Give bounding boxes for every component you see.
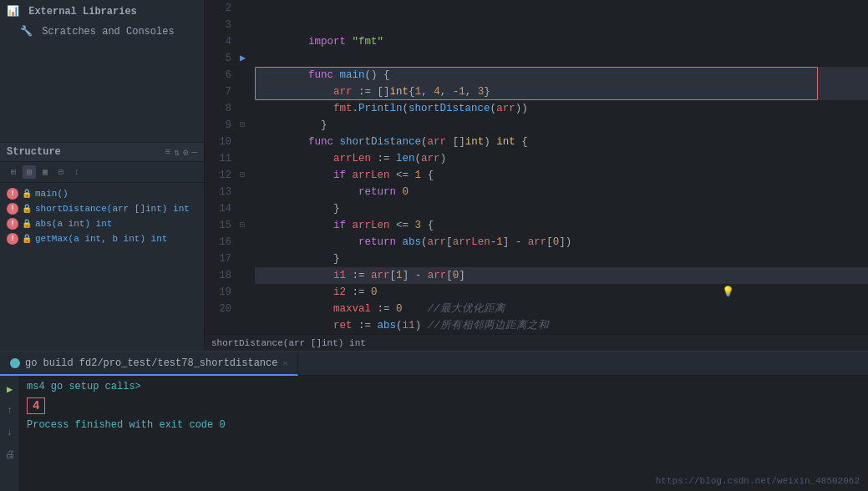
ln-9: 9 [205,117,231,134]
code-line-9: func shortDistance(arr []int) int { [255,117,868,134]
structure-icons-bar: ⊞ ▤ ▦ ⊟ ↕ [0,162,204,183]
run-tab-icon [10,358,20,368]
settings-icon[interactable]: ⚙ [183,147,189,158]
func-name-1: main() [35,189,69,199]
editor-content: 2 3 4 5 6 7 8 9 10 11 12 13 14 15 16 17 … [205,0,868,351]
watermark: https://blog.csdn.net/weixin_48502062 [656,476,860,486]
struct-icon-2[interactable]: ▤ [23,165,36,179]
ln-10: 10 [205,134,231,150]
run-tab-active[interactable]: go build fd2/pro_test/test78_shortdistan… [0,352,298,376]
struct-item-main[interactable]: ! 🔒 main() [0,186,204,201]
struct-icon-3[interactable]: ▦ [38,165,52,179]
run-process-line: Process finished with exit code 0 [27,418,861,433]
ln-5: 5 [205,50,231,67]
run-result-value: 4 [27,397,45,414]
error-icon-3: ! [7,218,18,230]
editor-main: 2 3 4 5 6 7 8 9 10 11 12 13 14 15 16 17 … [205,0,868,351]
structure-panel: Structure ≡ ⇅ ⚙ — ⊞ ▤ ▦ ⊟ ↕ ! 🔒 main() !… [0,142,205,351]
ln-17: 17 [205,251,231,267]
ln-7: 7 [205,84,231,100]
ln-8: 8 [205,100,231,117]
ln-2: 2 [205,0,231,17]
code-line-17: i1 := arr[1] - arr[0] [255,251,868,267]
code-line-14: if arrLen <= 3 { [255,200,868,217]
struct-icon-4[interactable]: ⊟ [54,165,68,179]
run-content: ▶ ↑ ↓ 🖨 ms4 go setup calls> 4 Process fi… [0,376,868,491]
debug-arrow: ▶ [240,50,246,67]
ln-20: 20 [205,301,231,317]
ln-11: 11 [205,150,231,167]
run-output-area: ms4 go setup calls> 4 Process finished w… [20,376,868,491]
fold-11[interactable]: ⊟ [240,167,245,184]
code-line-5: func main() { [255,50,868,67]
ln-3: 3 [205,17,231,33]
struct-icon-1[interactable]: ⊞ [7,165,20,179]
line-numbers: 2 3 4 5 6 7 8 9 10 11 12 13 14 15 16 17 … [205,0,238,351]
code-area[interactable]: import "fmt" func main() { arr := []int{… [255,0,868,351]
fold-8[interactable]: ⊟ [240,117,245,134]
func-name-3: abs(a int) int [35,219,112,229]
status-text: shortDistance(arr []int) int [211,338,366,348]
ln-16: 16 [205,234,231,251]
structure-toolbar: ≡ ⇅ ⚙ — [165,147,197,158]
libraries-icon: 📊 [7,6,19,18]
func-name-4: getMax(a int, b int) int [35,234,167,244]
run-down-icon[interactable]: ↓ [2,424,18,441]
error-icon-1: ! [7,188,18,200]
run-tab-label: go build fd2/pro_test/test78_shortdistan… [25,357,277,369]
run-tabs: go build fd2/pro_test/test78_shortdistan… [0,352,868,376]
func-name-2: shortDistance(arr []int) int [35,204,190,214]
ln-4: 4 [205,33,231,50]
external-libraries-item[interactable]: 📊 External Libraries [0,0,204,23]
run-print-icon[interactable]: 🖨 [2,446,18,463]
scratches-icon: 🔧 [20,26,33,38]
run-up-icon[interactable]: ↑ [2,402,18,419]
run-result-row: 4 [27,397,861,414]
lock-icon-2: 🔒 [22,204,32,214]
scratches-item[interactable]: 🔧 Scratches and Consoles [0,23,204,40]
editor-status-bar: shortDistance(arr []int) int [205,334,868,351]
struct-item-abs[interactable]: ! 🔒 abs(a int) int [0,216,204,231]
run-panel: go build fd2/pro_test/test78_shortdistan… [0,351,868,491]
run-vsidebar: ▶ ↑ ↓ 🖨 [0,376,20,491]
run-tab-close[interactable]: ✕ [282,358,287,368]
sort-icon[interactable]: ≡ [165,147,171,157]
close-panel-icon[interactable]: — [191,147,197,157]
ln-12: 12 [205,167,231,184]
code-line-2 [255,0,868,17]
fold-14[interactable]: ⊟ [240,217,245,234]
struct-item-shortdistance[interactable]: ! 🔒 shortDistance(arr []int) int [0,201,204,216]
ln-14: 14 [205,200,231,217]
struct-icon-5[interactable]: ↕ [70,165,84,179]
ln-13: 13 [205,184,231,200]
error-icon-4: ! [7,233,18,245]
structure-items-list: ! 🔒 main() ! 🔒 shortDistance(arr []int) … [0,183,204,250]
left-sidebar: 📊 External Libraries 🔧 Scratches and Con… [0,0,205,142]
lock-icon-3: 🔒 [22,219,32,229]
sort2-icon[interactable]: ⇅ [174,147,180,158]
structure-header: Structure ≡ ⇅ ⚙ — [0,143,204,162]
run-play-icon[interactable]: ▶ [2,381,18,397]
run-cmd-line: ms4 go setup calls> [27,379,861,394]
lock-icon-4: 🔒 [22,234,32,244]
ln-6: 6 [205,67,231,84]
structure-title: Structure [7,146,61,158]
lock-icon-1: 🔒 [22,189,32,199]
gutter: ▶ ⊟ ⊟ ⊟ [238,0,255,351]
struct-item-getmax[interactable]: ! 🔒 getMax(a int, b int) int [0,231,204,246]
code-line-3: import "fmt" [255,17,868,33]
ln-19: 19 [205,284,231,301]
ln-18: 18 [205,267,231,284]
error-icon-2: ! [7,203,18,215]
ln-15: 15 [205,217,231,234]
